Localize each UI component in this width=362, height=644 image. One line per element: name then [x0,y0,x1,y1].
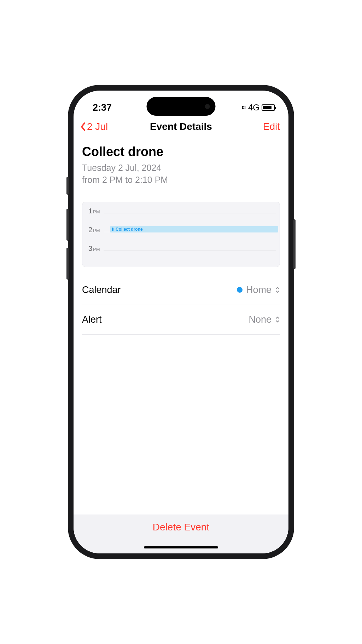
calendar-row-value: Home [237,284,280,295]
event-color-bar [112,228,113,231]
content-area: Collect drone Tuesday 2 Jul, 2024 from 2… [74,137,288,335]
phone-screen: 2:37 4G 2 Jul [74,91,288,553]
status-time: 2:37 [93,102,112,113]
updown-arrows-icon [275,316,280,323]
home-indicator[interactable] [144,546,218,548]
delete-event-button[interactable]: Delete Event [153,522,209,533]
silence-switch [66,177,69,195]
timeline-event-block[interactable]: Collect drone [110,226,278,232]
timeline-preview: 1 PM 2 PM 3 PM Collect drone [82,202,280,267]
battery-icon [262,104,275,111]
status-indicators: 4G [242,103,275,113]
volume-up-button [66,209,69,241]
front-camera-icon [205,104,210,109]
alert-row[interactable]: Alert None [82,305,280,335]
alert-row-value: None [249,314,280,325]
event-time: from 2 PM to 2:10 PM [82,174,280,186]
phone-frame: 2:37 4G 2 Jul [68,85,294,559]
timeline-hour-3pm: 3 PM [86,245,276,263]
calendar-row-label: Calendar [82,284,121,295]
dynamic-island [147,97,216,116]
event-title: Collect drone [82,137,280,162]
back-label: 2 Jul [87,121,108,132]
page-title: Event Details [150,121,212,132]
event-date: Tuesday 2 Jul, 2024 [82,162,280,174]
timeline-event-label: Collect drone [116,227,143,232]
signal-icon [242,106,246,109]
volume-down-button [66,248,69,280]
edit-button[interactable]: Edit [263,121,280,132]
chevron-left-icon [80,122,86,132]
network-label: 4G [248,103,259,113]
updown-arrows-icon [275,286,280,293]
timeline-hour-1pm: 1 PM [86,207,276,226]
calendar-row[interactable]: Calendar Home [82,275,280,305]
power-button [293,219,296,269]
back-button[interactable]: 2 Jul [80,121,108,132]
nav-bar: 2 Jul Event Details Edit [74,115,288,137]
calendar-color-dot-icon [237,287,243,293]
alert-row-label: Alert [82,314,102,325]
